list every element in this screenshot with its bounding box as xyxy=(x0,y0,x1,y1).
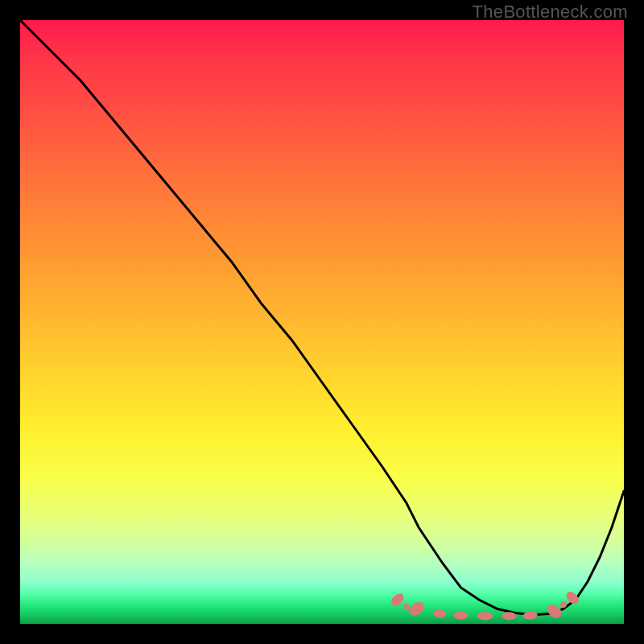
curve-marker xyxy=(389,591,406,608)
curve-marker xyxy=(560,601,567,608)
curve-marker xyxy=(522,611,538,621)
curve-marker xyxy=(453,611,468,620)
chart-frame: TheBottleneck.com xyxy=(0,0,644,644)
curve-marker xyxy=(502,612,517,620)
curve-markers xyxy=(389,589,581,621)
curve-marker xyxy=(407,600,427,618)
plot-area xyxy=(20,20,624,624)
bottleneck-curve-line xyxy=(20,20,624,615)
watermark-text: TheBottleneck.com xyxy=(473,2,628,23)
curve-marker xyxy=(433,609,447,619)
curve-marker xyxy=(403,604,410,610)
curve-marker xyxy=(477,612,493,620)
curve-layer xyxy=(20,20,624,624)
